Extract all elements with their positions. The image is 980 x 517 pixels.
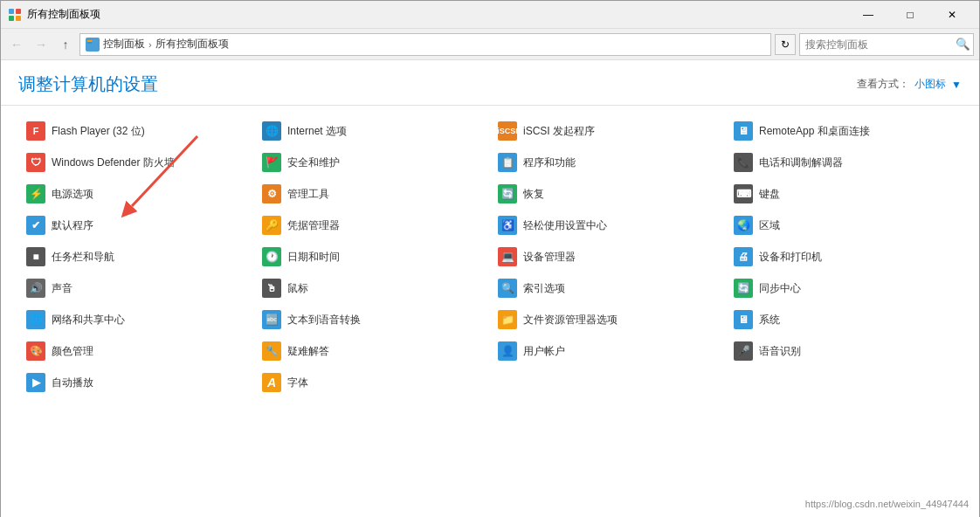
view-label: 查看方式： (857, 77, 909, 92)
default-programs-icon: ✔ (25, 215, 46, 236)
sound-label: 声音 (52, 281, 72, 296)
window-title: 所有控制面板项 (27, 7, 848, 22)
datetime-icon: 🕐 (261, 246, 282, 267)
phone-modem-icon: 📞 (733, 152, 754, 173)
list-item[interactable]: 🖥 系统 (726, 305, 962, 334)
list-item[interactable]: 🛡 Windows Defender 防火墙 (18, 148, 254, 177)
system-icon: 🖥 (733, 309, 754, 330)
programs-features-label: 程序和功能 (523, 155, 576, 170)
search-container: 🔍 (799, 33, 974, 56)
mouse-icon: 🖱 (261, 278, 282, 299)
list-item[interactable]: 🔍 索引选项 (490, 273, 726, 303)
voice-recognition-icon: 🎤 (733, 341, 754, 362)
list-item[interactable]: 📞 电话和调制解调器 (726, 148, 962, 177)
flash-player-label: Flash Player (32 位) (52, 124, 145, 139)
keyboard-label: 键盘 (759, 187, 780, 202)
datetime-label: 日期和时间 (287, 250, 340, 265)
list-item[interactable]: ♿ 轻松使用设置中心 (490, 210, 726, 240)
list-item[interactable]: ⚡ 电源选项 (18, 179, 254, 209)
file-explorer-icon: 📁 (497, 309, 518, 330)
refresh-button[interactable]: ↻ (775, 34, 796, 55)
iscsi-icon: iSCSI (497, 121, 518, 141)
sync-center-label: 同步中心 (759, 281, 801, 296)
ease-access-label: 轻松使用设置中心 (523, 218, 607, 233)
device-manager-label: 设备管理器 (523, 250, 576, 265)
devices-printers-label: 设备和打印机 (759, 250, 822, 265)
back-button[interactable]: ← (6, 34, 27, 55)
list-item[interactable]: 🔑 凭据管理器 (254, 210, 490, 240)
list-item[interactable]: 💻 设备管理器 (490, 242, 726, 272)
search-input[interactable] (800, 38, 952, 51)
forward-button[interactable]: → (31, 34, 52, 55)
list-item[interactable]: 🖱 鼠标 (254, 273, 490, 303)
content-header: 调整计算机的设置 查看方式： 小图标 ▼ (1, 60, 979, 106)
view-dropdown-icon[interactable]: ▼ (951, 79, 962, 91)
internet-options-icon: 🌐 (261, 121, 282, 141)
list-item[interactable]: 📋 程序和功能 (490, 148, 726, 177)
list-item[interactable]: 🌐 网络和共享中心 (18, 305, 254, 334)
close-button[interactable]: ✕ (932, 1, 972, 29)
list-item[interactable]: ■ 任务栏和导航 (18, 242, 254, 272)
list-item[interactable]: 🎤 语音识别 (726, 336, 962, 366)
svg-marker-6 (87, 40, 93, 42)
list-item[interactable]: ⌨ 键盘 (726, 179, 962, 209)
content-area: 调整计算机的设置 查看方式： 小图标 ▼ F Flash Player (32 … (1, 60, 979, 517)
svg-rect-2 (9, 16, 14, 21)
text-speech-label: 文本到语音转换 (287, 313, 361, 327)
list-item[interactable]: 🚩 安全和维护 (254, 148, 490, 177)
page-title: 调整计算机的设置 (18, 72, 158, 96)
user-accounts-label: 用户帐户 (523, 344, 565, 359)
credential-icon: 🔑 (261, 215, 282, 236)
list-item[interactable]: 🔄 同步中心 (726, 273, 962, 303)
list-item[interactable]: 🔤 文本到语音转换 (254, 305, 490, 334)
recovery-label: 恢复 (523, 187, 544, 202)
list-item[interactable]: ⚙ 管理工具 (254, 179, 490, 209)
list-item[interactable]: 🔧 疑难解答 (254, 336, 490, 366)
search-button[interactable]: 🔍 (952, 34, 973, 55)
list-item[interactable]: iSCSI iSCSI 发起程序 (490, 116, 726, 146)
list-item[interactable]: 📁 文件资源管理器选项 (490, 305, 726, 334)
iscsi-label: iSCSI 发起程序 (523, 124, 595, 139)
list-item[interactable]: 🔊 声音 (18, 273, 254, 303)
flash-player-icon: F (25, 121, 46, 141)
minimize-button[interactable]: — (848, 1, 888, 29)
maximize-button[interactable]: □ (890, 1, 930, 29)
path-separator: › (148, 39, 152, 50)
breadcrumb-all-items: 所有控制面板项 (155, 37, 229, 52)
color-label: 颜色管理 (52, 344, 93, 359)
phone-modem-label: 电话和调制解调器 (759, 155, 843, 170)
keyboard-icon: ⌨ (733, 183, 754, 204)
defender-icon: 🛡 (25, 152, 46, 173)
list-item[interactable]: 🔄 恢复 (490, 179, 726, 209)
region-label: 区域 (759, 218, 780, 233)
list-item[interactable]: 🎨 颜色管理 (18, 336, 254, 366)
list-item[interactable]: 🌏 区域 (726, 210, 962, 240)
region-icon: 🌏 (733, 215, 754, 236)
font-label: 字体 (287, 376, 308, 390)
list-item[interactable]: 🌐 Internet 选项 (254, 116, 490, 146)
view-options: 查看方式： 小图标 ▼ (857, 77, 962, 92)
credential-label: 凭据管理器 (287, 218, 340, 233)
index-options-icon: 🔍 (497, 278, 518, 299)
address-path[interactable]: 控制面板 › 所有控制面板项 (79, 33, 771, 56)
recovery-icon: 🔄 (497, 183, 518, 204)
list-item[interactable]: 🖨 设备和打印机 (726, 242, 962, 272)
user-accounts-icon: 👤 (497, 341, 518, 362)
internet-options-label: Internet 选项 (287, 124, 347, 139)
network-label: 网络和共享中心 (52, 313, 125, 327)
list-item[interactable]: 👤 用户帐户 (490, 336, 726, 366)
list-item[interactable]: 🕐 日期和时间 (254, 242, 490, 272)
autoplay-label: 自动播放 (52, 376, 93, 390)
list-item[interactable]: A 字体 (254, 368, 490, 397)
list-item[interactable]: 🖥 RemoteApp 和桌面连接 (726, 116, 962, 146)
items-grid: F Flash Player (32 位) 🛡 Windows Defender… (1, 106, 979, 408)
list-item[interactable]: F Flash Player (32 位) (18, 116, 254, 146)
list-item[interactable]: ✔ 默认程序 (18, 210, 254, 240)
troubleshoot-icon: 🔧 (261, 341, 282, 362)
index-options-label: 索引选项 (523, 281, 565, 296)
path-icon (86, 38, 100, 52)
mouse-label: 鼠标 (287, 281, 308, 296)
up-button[interactable]: ↑ (55, 34, 76, 55)
list-item[interactable]: ▶ 自动播放 (18, 368, 254, 397)
view-option-link[interactable]: 小图标 (914, 77, 946, 92)
